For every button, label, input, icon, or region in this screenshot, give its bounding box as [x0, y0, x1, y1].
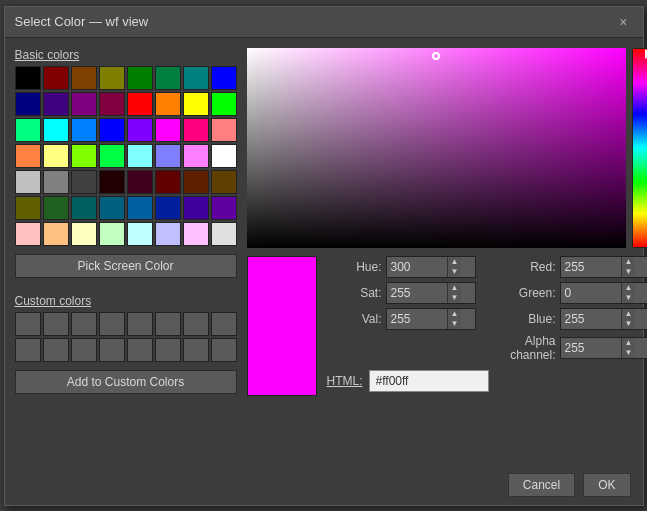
basic-color-swatch[interactable] — [127, 170, 153, 194]
basic-color-swatch[interactable] — [99, 196, 125, 220]
basic-color-swatch[interactable] — [211, 222, 237, 246]
custom-color-swatch[interactable] — [127, 338, 153, 362]
basic-color-swatch[interactable] — [127, 196, 153, 220]
custom-color-swatch[interactable] — [183, 312, 209, 336]
basic-color-swatch[interactable] — [71, 144, 97, 168]
custom-color-swatch[interactable] — [43, 338, 69, 362]
basic-color-swatch[interactable] — [211, 118, 237, 142]
hue-down[interactable]: ▼ — [448, 267, 462, 277]
basic-color-swatch[interactable] — [127, 118, 153, 142]
basic-color-swatch[interactable] — [15, 92, 41, 116]
alpha-input[interactable] — [561, 339, 621, 357]
close-button[interactable]: × — [614, 12, 632, 32]
basic-color-swatch[interactable] — [183, 144, 209, 168]
custom-color-swatch[interactable] — [155, 338, 181, 362]
basic-color-swatch[interactable] — [71, 196, 97, 220]
basic-color-swatch[interactable] — [43, 144, 69, 168]
basic-color-swatch[interactable] — [127, 92, 153, 116]
basic-color-swatch[interactable] — [43, 118, 69, 142]
basic-color-swatch[interactable] — [15, 196, 41, 220]
basic-color-swatch[interactable] — [15, 118, 41, 142]
basic-color-swatch[interactable] — [211, 170, 237, 194]
custom-color-swatch[interactable] — [99, 312, 125, 336]
blue-input[interactable] — [561, 310, 621, 328]
alpha-up[interactable]: ▲ — [622, 338, 636, 348]
blue-down[interactable]: ▼ — [622, 319, 636, 329]
basic-color-swatch[interactable] — [155, 66, 181, 90]
add-custom-button[interactable]: Add to Custom Colors — [15, 370, 237, 394]
basic-color-swatch[interactable] — [211, 92, 237, 116]
red-input[interactable] — [561, 258, 621, 276]
custom-color-swatch[interactable] — [99, 338, 125, 362]
basic-color-swatch[interactable] — [43, 66, 69, 90]
basic-color-swatch[interactable] — [71, 118, 97, 142]
basic-color-swatch[interactable] — [15, 170, 41, 194]
custom-color-swatch[interactable] — [211, 312, 237, 336]
custom-color-swatch[interactable] — [15, 312, 41, 336]
basic-color-swatch[interactable] — [15, 144, 41, 168]
ok-button[interactable]: OK — [583, 473, 630, 497]
red-down[interactable]: ▼ — [622, 267, 636, 277]
basic-color-swatch[interactable] — [155, 144, 181, 168]
basic-color-swatch[interactable] — [127, 66, 153, 90]
basic-color-swatch[interactable] — [71, 66, 97, 90]
basic-color-swatch[interactable] — [43, 92, 69, 116]
basic-color-swatch[interactable] — [43, 196, 69, 220]
basic-color-swatch[interactable] — [71, 92, 97, 116]
green-input[interactable] — [561, 284, 621, 302]
basic-color-swatch[interactable] — [211, 144, 237, 168]
basic-color-swatch[interactable] — [43, 170, 69, 194]
basic-color-swatch[interactable] — [183, 170, 209, 194]
basic-color-swatch[interactable] — [155, 196, 181, 220]
basic-color-swatch[interactable] — [155, 222, 181, 246]
cancel-button[interactable]: Cancel — [508, 473, 575, 497]
basic-color-swatch[interactable] — [99, 66, 125, 90]
basic-color-swatch[interactable] — [43, 222, 69, 246]
hue-bar[interactable] — [632, 48, 648, 248]
basic-color-swatch[interactable] — [15, 222, 41, 246]
hue-input[interactable] — [387, 258, 447, 276]
val-input[interactable] — [387, 310, 447, 328]
green-down[interactable]: ▼ — [622, 293, 636, 303]
html-input[interactable] — [369, 370, 489, 392]
basic-color-swatch[interactable] — [99, 144, 125, 168]
basic-color-swatch[interactable] — [155, 92, 181, 116]
basic-color-swatch[interactable] — [183, 92, 209, 116]
basic-color-swatch[interactable] — [99, 222, 125, 246]
custom-color-swatch[interactable] — [71, 338, 97, 362]
sat-input[interactable] — [387, 284, 447, 302]
val-down[interactable]: ▼ — [448, 319, 462, 329]
basic-color-swatch[interactable] — [183, 118, 209, 142]
val-up[interactable]: ▲ — [448, 309, 462, 319]
custom-color-swatch[interactable] — [43, 312, 69, 336]
blue-up[interactable]: ▲ — [622, 309, 636, 319]
basic-color-swatch[interactable] — [127, 144, 153, 168]
basic-color-swatch[interactable] — [99, 92, 125, 116]
basic-color-swatch[interactable] — [155, 118, 181, 142]
gradient-box[interactable] — [247, 48, 626, 248]
basic-color-swatch[interactable] — [155, 170, 181, 194]
sat-down[interactable]: ▼ — [448, 293, 462, 303]
basic-color-swatch[interactable] — [99, 170, 125, 194]
basic-color-swatch[interactable] — [211, 196, 237, 220]
custom-color-swatch[interactable] — [183, 338, 209, 362]
basic-color-swatch[interactable] — [71, 222, 97, 246]
basic-color-swatch[interactable] — [71, 170, 97, 194]
red-up[interactable]: ▲ — [622, 257, 636, 267]
custom-color-swatch[interactable] — [15, 338, 41, 362]
basic-color-swatch[interactable] — [183, 196, 209, 220]
custom-color-swatch[interactable] — [155, 312, 181, 336]
basic-color-swatch[interactable] — [183, 66, 209, 90]
hue-up[interactable]: ▲ — [448, 257, 462, 267]
sat-up[interactable]: ▲ — [448, 283, 462, 293]
alpha-down[interactable]: ▼ — [622, 348, 636, 358]
basic-color-swatch[interactable] — [211, 66, 237, 90]
green-up[interactable]: ▲ — [622, 283, 636, 293]
pick-screen-button[interactable]: Pick Screen Color — [15, 254, 237, 278]
custom-color-swatch[interactable] — [71, 312, 97, 336]
custom-color-swatch[interactable] — [127, 312, 153, 336]
custom-color-swatch[interactable] — [211, 338, 237, 362]
basic-color-swatch[interactable] — [183, 222, 209, 246]
basic-color-swatch[interactable] — [15, 66, 41, 90]
basic-color-swatch[interactable] — [99, 118, 125, 142]
